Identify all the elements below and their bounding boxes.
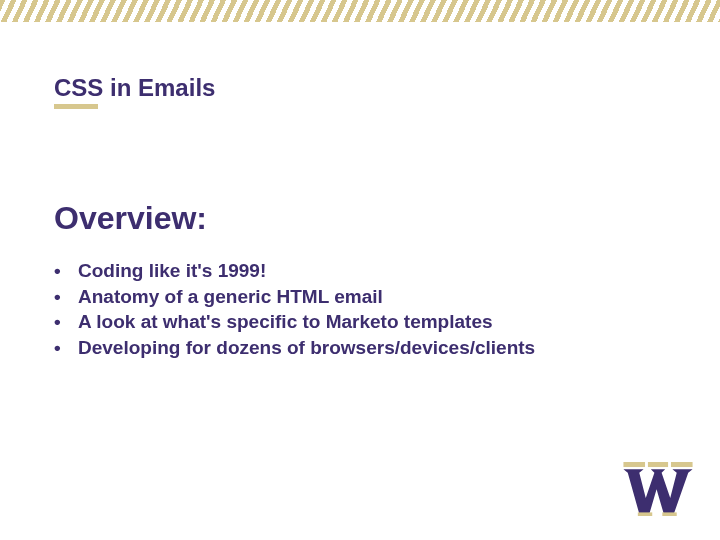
svg-rect-2 bbox=[671, 462, 693, 467]
list-item: • Developing for dozens of browsers/devi… bbox=[54, 335, 535, 361]
svg-rect-1 bbox=[648, 462, 668, 467]
bullet-dot-icon: • bbox=[54, 284, 78, 310]
svg-rect-0 bbox=[623, 462, 645, 467]
bullet-dot-icon: • bbox=[54, 309, 78, 335]
overview-heading: Overview: bbox=[54, 200, 207, 237]
uw-w-logo bbox=[622, 462, 694, 516]
bullet-list: • Coding like it's 1999! • Anatomy of a … bbox=[54, 258, 535, 361]
bullet-text: Anatomy of a generic HTML email bbox=[78, 284, 383, 310]
list-item: • A look at what's specific to Marketo t… bbox=[54, 309, 535, 335]
slide-title: CSS in Emails bbox=[54, 74, 215, 102]
title-underline bbox=[54, 104, 98, 109]
top-pattern-band bbox=[0, 0, 720, 22]
bullet-text: Coding like it's 1999! bbox=[78, 258, 266, 284]
svg-rect-3 bbox=[638, 512, 652, 516]
bullet-text: A look at what's specific to Marketo tem… bbox=[78, 309, 493, 335]
slide: CSS in Emails Overview: • Coding like it… bbox=[0, 0, 720, 540]
svg-rect-4 bbox=[662, 512, 676, 516]
bullet-dot-icon: • bbox=[54, 258, 78, 284]
list-item: • Coding like it's 1999! bbox=[54, 258, 535, 284]
bullet-text: Developing for dozens of browsers/device… bbox=[78, 335, 535, 361]
list-item: • Anatomy of a generic HTML email bbox=[54, 284, 535, 310]
bullet-dot-icon: • bbox=[54, 335, 78, 361]
